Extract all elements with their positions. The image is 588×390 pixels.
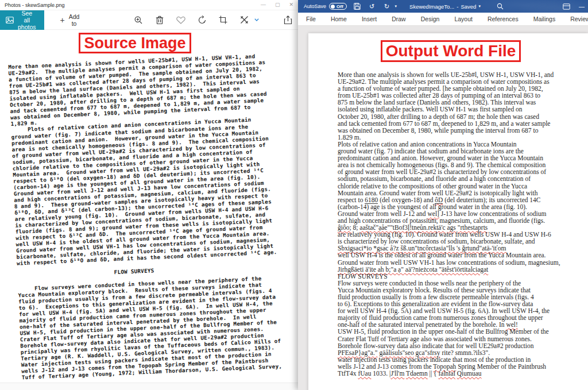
document-line: USW H-5, fluid production in the upper o…	[338, 328, 588, 335]
document-line: October 20, 1980, after drilling to a de…	[338, 113, 588, 120]
spellcheck-flagged-text: 6180	[365, 196, 378, 204]
tab-review[interactable]: Review	[563, 16, 588, 22]
photos-window-title: Photos - skewSample.png	[5, 2, 65, 8]
document-line: area is not chemically homogeneous (figs…	[338, 161, 588, 168]
edit-icon[interactable]	[239, 15, 249, 25]
document-line: Mountain area. Ground water from well UE…	[338, 190, 588, 196]
toggle-knob-icon	[331, 5, 335, 9]
document-line: predominant cation and anion. However, g…	[338, 155, 588, 161]
autosave-control: AutoSave Off	[304, 3, 347, 10]
spellcheck-flagged-text: PFEsaP}ag"a."	[338, 349, 378, 356]
spellcheck-flagged-text: gāålisuls"seo	[379, 349, 413, 356]
zoom-in-icon[interactable]	[133, 15, 143, 25]
undo-icon[interactable]: ↺	[368, 2, 377, 11]
search-icon[interactable]	[496, 2, 505, 11]
document-line: is characterized by low concentrations o…	[338, 238, 588, 245]
document-line: ground water (fig. 7) indicate that sodi…	[338, 148, 588, 155]
quick-access-chevron-icon[interactable]: ▾	[395, 4, 397, 9]
document-line: fluid production usually is from a few d…	[338, 294, 588, 300]
document-line: wells J-12 and J-13 comes from the Topop…	[338, 363, 588, 370]
word-window: AutoSave Off ↺ ↻ ▾ SkewedImageTo... - Sa	[298, 0, 588, 390]
tab-mailings[interactable]: Mailings	[526, 16, 563, 22]
document-line: PFEsaP}ag"a." gāålisuls"seo gca"sfrsy ri…	[338, 349, 588, 356]
autosave-label: AutoSave	[304, 3, 326, 9]
photo-icon	[6, 17, 14, 24]
document-line: respect to 6180 (del oxygen-18) and ôD (…	[338, 196, 588, 203]
chevron-down-icon[interactable]	[254, 15, 259, 25]
document-title-text: SkewedImageTo...	[409, 3, 454, 10]
document-line: Plots of relative cation and anion conce…	[338, 141, 588, 148]
source-image-annotation: Source Image	[79, 33, 191, 53]
tab-design[interactable]: Design	[413, 16, 447, 22]
minimize-icon[interactable]: —	[261, 2, 266, 7]
photos-titlebar: Photos - skewSample.png — ▢ ✕	[0, 0, 298, 10]
document-line: majority of fluid production came from n…	[338, 314, 588, 321]
document-line: and high concentrations of potassium, ma…	[338, 217, 588, 224]
spellcheck-flagged-text: aaštač"ạåe""tBof3ļ!tneůn.rektā'c	[359, 224, 445, 231]
autosave-state: Off	[336, 4, 343, 9]
document-line: and tack cemented from 677 to 687 m, dee…	[338, 120, 588, 127]
spellcheck-flagged-text: J'll'm	[390, 370, 404, 377]
spellcheck-flagged-text: "rthestaprts	[458, 224, 488, 231]
spellcheck-flagged-text: fUau	[358, 370, 371, 377]
document-line: chloride relative to the compositions of…	[338, 183, 588, 190]
document-page[interactable]: Output Word File More than one analysis …	[308, 33, 588, 390]
maximize-icon[interactable]: ▢	[275, 2, 280, 7]
add-to-button[interactable]: + Add to	[57, 13, 83, 28]
document-line: Yucca Mountain exploratory block. Result…	[338, 287, 588, 294]
photos-toolbar: See all photos + Add to	[0, 10, 298, 30]
photos-window: Photos - skewSample.png — ▢ ✕ See all ph…	[0, 0, 298, 390]
tab-home[interactable]: Home	[323, 16, 354, 22]
see-all-photos-label: See all photos	[18, 10, 36, 30]
spellcheck-flagged-text: falnial	[438, 370, 455, 377]
plus-icon: +	[60, 16, 65, 25]
tab-draw[interactable]: Draw	[384, 16, 413, 22]
rotate-icon[interactable]	[197, 15, 207, 25]
crop-icon[interactable]	[218, 15, 228, 25]
document-line: isolated using inflatable packers. Well …	[338, 106, 588, 113]
delete-icon[interactable]	[154, 15, 164, 25]
spellcheck-flagged-text: ôD	[435, 196, 443, 204]
title-separator: -	[457, 3, 458, 10]
document-line: More than one analysis is shown for well…	[338, 71, 588, 78]
word-titlebar: AutoSave Off ↺ ↻ ▾ SkewedImageTo... - Sa	[298, 0, 588, 13]
ribbon-options-icon[interactable]	[562, 2, 571, 11]
redo-icon[interactable]: ↻	[382, 2, 392, 11]
document-line: Sbxigsaci*io *gsac å?z šß.un"tncôrctasia…	[338, 245, 588, 252]
document-line: one-half of the saturated interval penet…	[338, 321, 588, 328]
document-text: More than one analysis is shown for well…	[338, 71, 588, 377]
document-line: FLOW SURVEYS	[338, 273, 588, 280]
document-line: (carbon-14) age is the youngest of all g…	[338, 203, 588, 210]
spellcheck-flagged-text: Qiumuau	[457, 370, 482, 377]
autosave-toggle[interactable]: Off	[329, 3, 347, 10]
tab-file[interactable]: File	[306, 16, 323, 22]
spellcheck-flagged-text: ags	[447, 224, 456, 231]
document-line: well USW H-4 is the oldest of all ground…	[338, 252, 588, 258]
spellcheck-flagged-text: ĝiôo;	[338, 224, 351, 231]
tab-layout[interactable]: Layout	[447, 16, 480, 22]
document-line: Crater Flat Tuff of Tertiary age also wa…	[338, 335, 588, 342]
spellcheck-flagged-text: Tdaemn	[406, 370, 428, 377]
see-all-photos-button[interactable]: See all photos	[0, 10, 44, 30]
tab-references[interactable]: References	[480, 16, 526, 22]
title-chevron-icon: ▾	[478, 4, 481, 9]
image-viewer[interactable]: Source Image More than one analysis is s…	[0, 30, 298, 383]
document-line: TtfT4x fUau 1033. |J'll'm Tdaemn || { fa…	[338, 370, 588, 377]
favorite-icon[interactable]	[176, 15, 185, 25]
document-area: Output Word File More than one analysis …	[298, 26, 588, 390]
spellcheck-flagged-text: gca"sfrsy	[416, 349, 440, 356]
document-title[interactable]: SkewedImageTo... - Saved ▾	[409, 3, 481, 10]
document-line: was obtained on December 8, 1980, while …	[338, 127, 588, 134]
tab-insert[interactable]: Insert	[354, 16, 384, 22]
document-line: to 6). Exceptions to this generalization…	[338, 300, 588, 307]
document-line: Borehole flow-survey data also indicate …	[338, 342, 588, 349]
close-icon[interactable]: ✕	[289, 2, 293, 7]
document-line: Jirhgßäeti ä'ite ah b;"a ạ" aä'?nieżcota…	[338, 266, 588, 273]
document-line: for well USW H-4 (fig. 5A) and well USW …	[338, 307, 588, 314]
minimize-icon[interactable]: —	[579, 3, 585, 10]
document-line: Ground water from well J-12 and wel] J-1…	[338, 210, 588, 217]
scanned-document-image: More than one analysis is shown for well…	[8, 52, 298, 381]
photos-horizontal-scrollbar[interactable]	[0, 383, 298, 390]
share-icon[interactable]	[283, 15, 293, 25]
save-icon[interactable]	[353, 2, 362, 11]
